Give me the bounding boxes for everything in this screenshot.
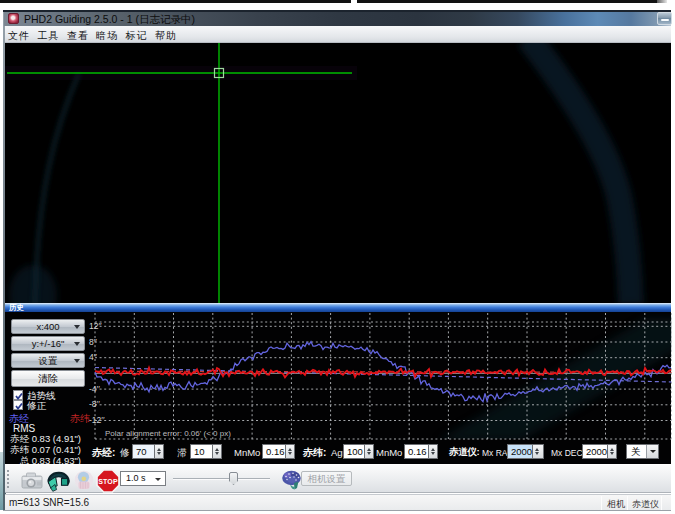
svg-text:Polar alignment error: 0.06' (: Polar alignment error: 0.06' (< 0 px) (105, 429, 231, 438)
svg-text:12′′: 12′′ (89, 321, 102, 331)
svg-text:-12′′: -12′′ (89, 415, 105, 425)
svg-text:4′′: 4′′ (89, 352, 97, 362)
svg-text:-4′′: -4′′ (89, 384, 100, 394)
svg-text:-8′′: -8′′ (89, 399, 100, 409)
svg-text:8′′: 8′′ (89, 337, 97, 347)
svg-text:STOP: STOP (98, 478, 118, 485)
